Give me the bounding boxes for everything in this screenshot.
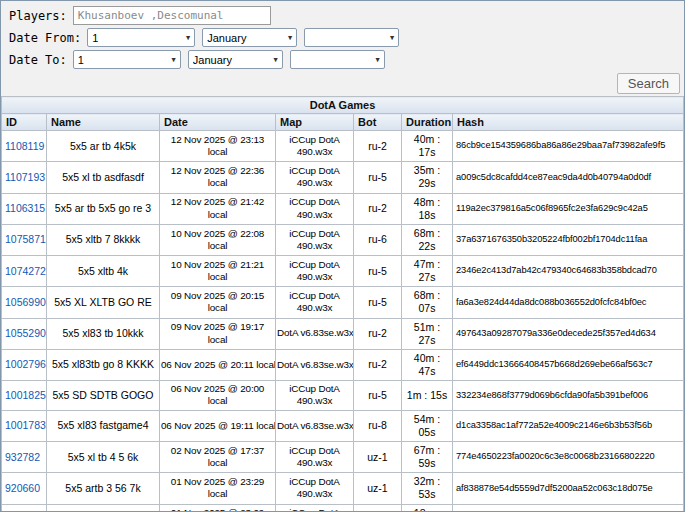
cell-bot: ru-6 (354, 224, 402, 255)
cell-id: 1055290 (2, 318, 47, 349)
cell-bot: ru-5 (354, 256, 402, 287)
game-id-link[interactable]: 1107193 (5, 171, 45, 183)
col-header-date: Date (160, 114, 276, 131)
cell-id: 1106315 (2, 193, 47, 224)
game-row: 9206605x5 artb 3 56 7k01 Nov 2025 @ 23:2… (2, 473, 684, 504)
date-from-label: Date From: (9, 31, 81, 45)
cell-hash: a009c5dc8cafdd4ce87eac9da4d0b40794a0d0df (453, 162, 684, 193)
game-id-link[interactable]: 1074272 (5, 265, 46, 277)
game-id-link[interactable]: 932782 (5, 451, 40, 463)
cell-name: 5x5 artb 3 56 7k (47, 473, 160, 504)
game-id-link[interactable]: 1002796 (5, 358, 46, 370)
col-header-id: ID (2, 114, 47, 131)
cell-hash: f978ac8fb677f154e209c024fecc52a85ed31182 (453, 504, 684, 512)
game-id-link[interactable]: 1106315 (5, 202, 45, 214)
date-from-day-wrap: 1 ▼ (87, 28, 195, 47)
cell-name: 5x5 ar tb 5x5 go re 3 (47, 193, 160, 224)
game-id-link[interactable]: 920660 (5, 482, 40, 494)
game-row: 9327825x5 xl tb 4 5 6k02 Nov 2025 @ 17:3… (2, 442, 684, 473)
col-header-map: Map (276, 114, 354, 131)
col-header-hash: Hash (453, 114, 684, 131)
cell-name: 5x5 SD SDTB GOGO (47, 381, 160, 411)
games-table: DotA Games ID Name Date Map Bot Duration… (1, 96, 684, 512)
cell-id: 1074272 (2, 256, 47, 287)
game-row: 10758715x5 xltb 7 8kkkk10 Nov 2025 @ 22:… (2, 224, 684, 255)
cell-id: 932782 (2, 442, 47, 473)
cell-bot: ru-2 (354, 193, 402, 224)
cell-bot: uz-1 (354, 504, 402, 512)
game-row: 10742725x5 xltb 4k10 Nov 2025 @ 21:21 lo… (2, 256, 684, 287)
cell-id: 1107193 (2, 162, 47, 193)
cell-name: 5x5 xl tb 4 5 6k (47, 442, 160, 473)
cell-date: 09 Nov 2025 @ 20:15 local (160, 287, 276, 318)
cell-name: 5x5 xltb 7 8kkkk (47, 224, 160, 255)
cell-id: 920660 (2, 473, 47, 504)
cell-hash: 774e4650223fa0020c6c3e8c0068b23166802220 (453, 442, 684, 473)
cell-duration: 68m : 07s (402, 287, 453, 318)
game-id-link[interactable]: 1108119 (5, 140, 44, 152)
cell-hash: 497643a09287079a336e0decede25f357ed4d634 (453, 318, 684, 349)
cell-date: 12 Nov 2025 @ 23:13 local (160, 131, 276, 162)
date-to-day-select[interactable]: 1 (73, 50, 181, 69)
cell-bot: ru-5 (354, 381, 402, 411)
cell-map: iCCup DotA 490.w3x (276, 193, 354, 224)
cell-duration: 47m : 27s (402, 256, 453, 287)
cell-id: 1075871 (2, 224, 47, 255)
cell-duration: 40m : 17s (402, 131, 453, 162)
cell-hash: d1ca3358ac1af772a52e4009c2146e6b3b53f56b (453, 410, 684, 441)
cell-bot: ru-2 (354, 131, 402, 162)
cell-date: 06 Nov 2025 @ 19:11 local (160, 410, 276, 441)
cell-hash: 2346e2c413d7ab42c479340c64683b358bdcad70 (453, 256, 684, 287)
cell-hash: af838878e54d5559d7df5200aa52c063c18d075e (453, 473, 684, 504)
game-row: 10552905x5 xl83 tb 10kkk09 Nov 2025 @ 19… (2, 318, 684, 349)
game-id-link[interactable]: 1001783 (5, 419, 46, 431)
cell-date: 10 Nov 2025 @ 22:08 local (160, 224, 276, 255)
date-from-day-select[interactable]: 1 (87, 28, 195, 47)
cell-map: iCCup DotA 490.w3x (276, 381, 354, 411)
cell-bot: uz-1 (354, 473, 402, 504)
cell-map: iCCup DotA 490.w3x (276, 287, 354, 318)
date-to-year-select[interactable] (290, 50, 385, 69)
table-header-row: ID Name Date Map Bot Duration Hash (2, 114, 684, 131)
cell-duration: 51m : 27s (402, 318, 453, 349)
date-from-row: Date From: 1 ▼ January ▼ ▼ (9, 28, 678, 47)
cell-bot: ru-2 (354, 349, 402, 380)
game-row: 10018255x5 SD SDTB GOGO06 Nov 2025 @ 20:… (2, 381, 684, 411)
search-button-row: Search (1, 72, 684, 96)
date-to-month-wrap: January ▼ (188, 50, 283, 69)
cell-id: 1002796 (2, 349, 47, 380)
date-from-year-select[interactable] (304, 28, 399, 47)
game-id-link[interactable]: 1075871 (5, 233, 46, 245)
cell-name: 5x5 xl tb asdfasdf (47, 162, 160, 193)
cell-date: 06 Nov 2025 @ 20:11 local (160, 349, 276, 380)
game-id-link[interactable]: 1001825 (5, 389, 46, 401)
game-row: 11071935x5 xl tb asdfasdf12 Nov 2025 @ 2… (2, 162, 684, 193)
date-to-month-select[interactable]: January (188, 50, 283, 69)
date-to-label: Date To: (9, 53, 67, 67)
col-header-name: Name (47, 114, 160, 131)
cell-bot: ru-8 (354, 410, 402, 441)
cell-date: 01 Nov 2025 @ 23:09 local (160, 504, 276, 512)
game-row: 10569905x5 XL XLTB GO RE09 Nov 2025 @ 20… (2, 287, 684, 318)
cell-map: iCCup DotA 490.w3x (276, 473, 354, 504)
cell-map: iCCup DotA 490.w3x (276, 162, 354, 193)
date-from-month-select[interactable]: January (202, 28, 297, 47)
cell-map: DotA v6.83se.w3x (276, 349, 354, 380)
cell-duration: 68m : 22s (402, 224, 453, 255)
cell-bot: ru-5 (354, 287, 402, 318)
players-input[interactable] (73, 6, 271, 25)
cell-duration: 40m : 47s (402, 349, 453, 380)
game-id-link[interactable]: 1056990 (5, 296, 46, 308)
game-id-link[interactable]: 1055290 (5, 327, 46, 339)
cell-id: 1056990 (2, 287, 47, 318)
cell-bot: ru-5 (354, 162, 402, 193)
cell-duration: 18m : 52s (402, 504, 453, 512)
cell-date: 12 Nov 2025 @ 21:42 local (160, 193, 276, 224)
cell-map: iCCup DotA 490.w3x (276, 442, 354, 473)
cell-date: 10 Nov 2025 @ 21:21 local (160, 256, 276, 287)
cell-duration: 67m : 59s (402, 442, 453, 473)
cell-map: DotA v6.83se.w3x (276, 410, 354, 441)
cell-map: iCCup DotA 490.w3x (276, 256, 354, 287)
search-button[interactable]: Search (617, 73, 680, 94)
cell-map: DotA v6.83se.w3x (276, 318, 354, 349)
